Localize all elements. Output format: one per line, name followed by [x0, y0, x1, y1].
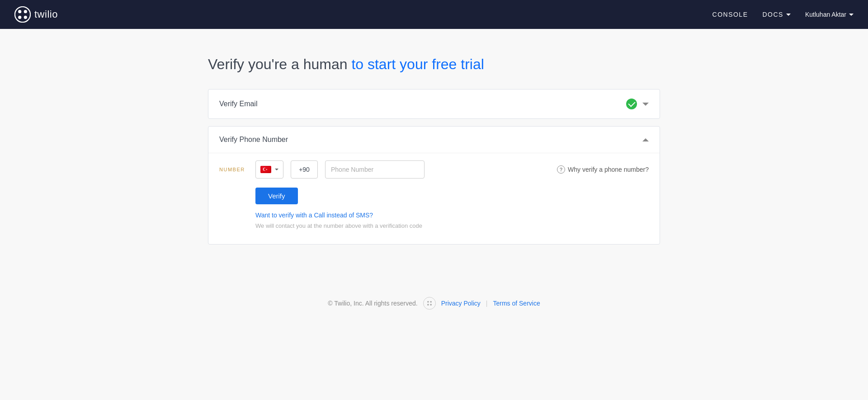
header-nav: CONSOLE DOCS Kutluhan Aktar: [712, 11, 854, 18]
number-row: NUMBER +90 ? Why verify a phone number?: [219, 160, 649, 179]
help-icon: ?: [557, 165, 565, 174]
contact-note: We will contact you at the number above …: [255, 222, 422, 229]
svg-point-4: [24, 16, 27, 19]
turkey-flag-icon: [260, 166, 271, 173]
footer-logo-icon: [423, 297, 436, 310]
email-verified-icon: [626, 99, 637, 109]
twilio-logo-icon: [14, 6, 31, 23]
email-card-chevron-icon: [642, 103, 649, 106]
docs-chevron-icon: [786, 14, 791, 16]
main-content: Verify you're a human to start your free…: [199, 29, 669, 279]
number-label: NUMBER: [219, 167, 248, 172]
user-chevron-icon: [849, 14, 854, 16]
help-label: Why verify a phone number?: [568, 166, 649, 173]
svg-point-1: [18, 10, 21, 13]
svg-point-0: [15, 7, 30, 22]
page-title: Verify you're a human to start your free…: [208, 56, 660, 73]
verify-email-card-header[interactable]: Verify Email: [208, 89, 660, 118]
verify-phone-card-header[interactable]: Verify Phone Number: [208, 127, 660, 153]
help-text[interactable]: ? Why verify a phone number?: [557, 165, 649, 174]
terms-of-service-link[interactable]: Terms of Service: [493, 300, 540, 307]
phone-number-input[interactable]: [325, 160, 425, 179]
phone-prefix: +90: [291, 160, 318, 179]
verify-phone-actions: [642, 138, 649, 141]
logo[interactable]: twilio: [14, 6, 58, 23]
console-link[interactable]: CONSOLE: [712, 11, 748, 18]
header: twilio CONSOLE DOCS Kutluhan Aktar: [0, 0, 868, 29]
svg-point-8: [430, 304, 432, 306]
call-verify-link[interactable]: Want to verify with a Call instead of SM…: [255, 212, 649, 219]
docs-link[interactable]: DOCS: [762, 11, 790, 18]
logo-text: twilio: [34, 9, 58, 20]
privacy-policy-link[interactable]: Privacy Policy: [441, 300, 481, 307]
svg-point-3: [18, 16, 21, 19]
verify-email-actions: [626, 99, 649, 109]
phone-card-chevron-icon: [642, 138, 649, 141]
footer-separator: |: [486, 300, 488, 307]
user-menu[interactable]: Kutluhan Aktar: [805, 11, 854, 18]
verify-email-title: Verify Email: [219, 100, 257, 108]
svg-point-5: [427, 301, 429, 303]
svg-point-7: [427, 304, 429, 306]
verify-phone-body: NUMBER +90 ? Why verify a phone number? …: [208, 153, 660, 244]
svg-point-2: [24, 10, 27, 13]
verify-phone-card: Verify Phone Number NUMBER +90 ? Why ver…: [208, 126, 660, 245]
copyright-text: © Twilio, Inc. All rights reserved.: [328, 300, 417, 307]
svg-point-6: [430, 301, 432, 303]
country-selector[interactable]: [255, 160, 283, 179]
verify-email-card: Verify Email: [208, 89, 660, 119]
country-chevron-icon: [275, 169, 278, 170]
verify-button[interactable]: Verify: [255, 188, 298, 204]
footer: © Twilio, Inc. All rights reserved. Priv…: [0, 279, 868, 328]
verify-phone-title: Verify Phone Number: [219, 136, 288, 144]
